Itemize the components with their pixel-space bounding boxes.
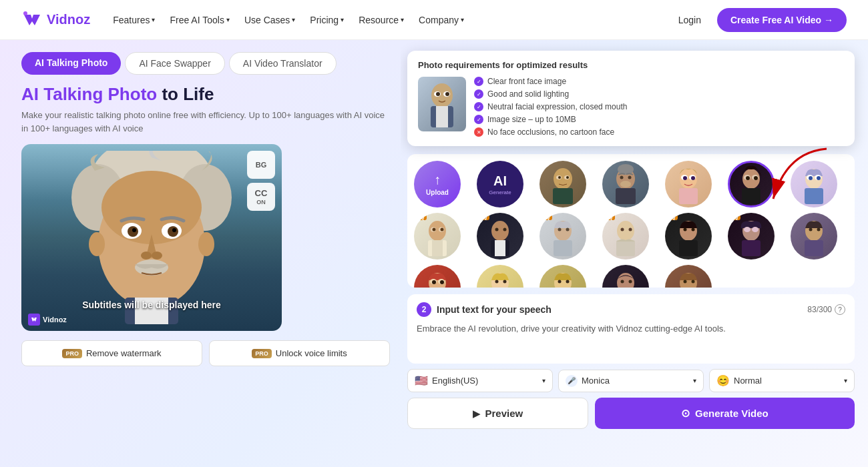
help-icon[interactable]: ? (835, 304, 845, 315)
svg-rect-51 (805, 188, 823, 204)
style-selector[interactable]: 😊 Normal ▾ (709, 369, 855, 392)
right-panel: Photo requirements for optimized results (401, 40, 868, 467)
video-controls: BG CC ON (247, 151, 275, 211)
avatar-brown-hair[interactable] (665, 265, 712, 288)
svg-point-102 (558, 280, 562, 284)
avatar-fantasy[interactable]: HQ (728, 213, 775, 260)
avatar-suit-man-2[interactable]: HQ (477, 213, 523, 260)
rule-clear-face: ✓ Clear front face image (474, 77, 627, 86)
speech-text-content[interactable]: Embrace the AI revolution, drive your cr… (417, 322, 845, 356)
avatar-anime-boy[interactable] (791, 161, 837, 207)
preview-label: Preview (485, 408, 523, 419)
avatar-elder-man[interactable] (602, 161, 649, 207)
generate-row: ▶ Preview ⊙ Generate Video (407, 398, 855, 429)
watermark-text: Vidnoz (43, 316, 67, 324)
rule-image-size: ✓ Image size – up to 10MB (474, 115, 627, 124)
avatar-casual-1[interactable] (791, 213, 837, 260)
tooltip-rules-list: ✓ Clear front face image ✓ Good and soli… (474, 77, 627, 137)
svg-rect-39 (679, 188, 698, 204)
svg-point-31 (566, 176, 569, 179)
svg-point-71 (566, 228, 570, 231)
cc-control-button[interactable]: CC ON (247, 183, 275, 211)
login-button[interactable]: Login (670, 11, 709, 29)
avatar-grey-woman[interactable]: HQ (539, 213, 586, 260)
avatar-grid-container: ↑ Upload AI Generate (407, 154, 855, 288)
svg-point-95 (440, 280, 444, 284)
logo-text: Vidnoz (47, 12, 90, 27)
nav-resource[interactable]: Resource▾ (352, 11, 411, 29)
nav-use-cases[interactable]: Use Cases▾ (238, 11, 302, 29)
avatar-ai-generate-button[interactable]: AI Generate (477, 161, 523, 207)
svg-point-62 (441, 228, 444, 231)
avatar-redhead[interactable] (414, 265, 461, 288)
avatar-dark-woman[interactable] (728, 161, 775, 207)
svg-point-54 (809, 176, 813, 180)
tab-ai-face-swapper[interactable]: AI Face Swapper (125, 52, 224, 75)
tab-ai-video-translator[interactable]: AI Video Translator (229, 52, 337, 75)
avatar-upload-button[interactable]: ↑ Upload (414, 161, 461, 207)
svg-point-99 (503, 280, 507, 284)
svg-point-84 (744, 227, 750, 232)
svg-rect-81 (742, 240, 761, 256)
section-number-badge: 2 (417, 302, 431, 317)
main-content: AI Talking Photo AI Face Swapper AI Vide… (0, 40, 868, 467)
svg-point-43 (691, 176, 695, 180)
hero-title: AI Talking Photo to Life (21, 84, 390, 105)
unlock-voice-button[interactable]: PRO Unlock voice limits (209, 340, 390, 366)
svg-point-5 (101, 171, 202, 244)
nav-company[interactable]: Company▾ (412, 11, 471, 29)
svg-point-94 (432, 280, 436, 284)
svg-rect-58 (432, 240, 443, 256)
svg-point-106 (621, 280, 624, 284)
svg-point-48 (746, 176, 750, 180)
logo[interactable]: Vidnoz (21, 9, 90, 31)
generate-video-button[interactable]: ⊙ Generate Video (595, 398, 855, 429)
avatar-grid: ↑ Upload AI Generate (407, 154, 855, 288)
avatar-dark-2[interactable] (602, 265, 649, 288)
svg-point-37 (620, 181, 631, 187)
avatar-anime-girl-1[interactable] (665, 161, 712, 207)
svg-point-0 (23, 11, 27, 15)
avatar-hoodie[interactable]: HQ (602, 213, 649, 260)
nav-features[interactable]: Features▾ (106, 11, 162, 29)
tab-ai-talking-photo[interactable]: AI Talking Photo (21, 52, 121, 75)
svg-point-10 (132, 228, 136, 232)
svg-point-110 (684, 280, 687, 284)
avatar-blonde-2[interactable] (539, 265, 586, 288)
avatar-mona-lisa[interactable] (539, 161, 586, 207)
generate-label: Generate Video (695, 408, 769, 419)
play-icon: ▶ (473, 408, 480, 419)
language-selector[interactable]: 🇺🇸 English(US) ▾ (407, 369, 553, 392)
svg-point-13 (152, 252, 162, 260)
left-panel: AI Talking Photo AI Face Swapper AI Vide… (0, 40, 401, 467)
svg-point-49 (754, 176, 758, 180)
svg-point-70 (558, 228, 562, 231)
hero-subtitle: Make your realistic talking photo online… (21, 109, 390, 135)
svg-point-55 (817, 176, 821, 180)
vidnoz-logo-icon (21, 9, 43, 31)
text-input-section: 2 Input text for your speech 83/300 ? Em… (407, 294, 855, 364)
tooltip-sample-image (418, 77, 466, 131)
create-free-video-button[interactable]: Create Free AI Video → (717, 8, 847, 32)
voice-selector[interactable]: 🎤 Monica ▾ (558, 370, 704, 392)
avatar-blonde-1[interactable] (477, 265, 523, 288)
bg-control-button[interactable]: BG (247, 151, 275, 179)
svg-rect-69 (554, 240, 572, 256)
svg-point-66 (495, 228, 499, 231)
svg-rect-45 (742, 188, 761, 204)
rule-expression: ✓ Neutral facial expression, closed mout… (474, 102, 627, 111)
main-nav: Features▾ Free AI Tools▾ Use Cases▾ Pric… (106, 11, 471, 29)
remove-watermark-button[interactable]: PRO Remove watermark (21, 340, 202, 366)
svg-rect-34 (616, 188, 636, 204)
preview-button[interactable]: ▶ Preview (407, 398, 588, 429)
svg-point-26 (554, 168, 572, 189)
nav-free-ai-tools[interactable]: Free AI Tools▾ (163, 11, 236, 29)
nav-pricing[interactable]: Pricing▾ (303, 11, 351, 29)
svg-rect-77 (679, 240, 698, 256)
subtitle-overlay: Subtitles will be displayed here (82, 299, 221, 311)
avatar-black-outfit[interactable]: HQ (665, 213, 712, 260)
svg-point-42 (683, 176, 687, 180)
avatar-suit-man-1[interactable]: HQ (414, 213, 461, 260)
rule-no-occlusion: ✕ No face occlusions, no cartoon face (474, 127, 627, 137)
svg-point-98 (495, 280, 499, 284)
